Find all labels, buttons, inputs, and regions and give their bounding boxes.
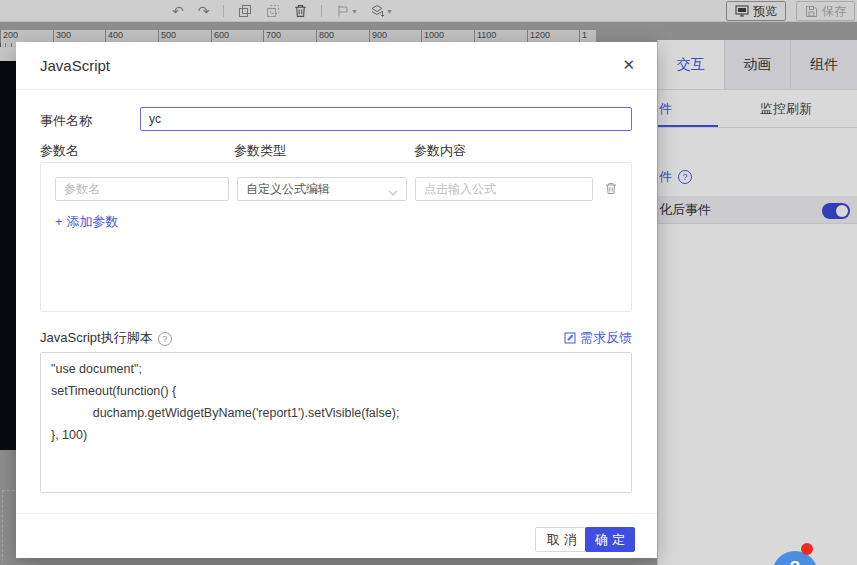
- param-name-input[interactable]: [55, 177, 229, 201]
- close-icon[interactable]: ✕: [622, 56, 635, 74]
- params-container: 自定义公式编辑 +添加参数: [40, 162, 632, 312]
- event-name-label: 事件名称: [40, 112, 92, 130]
- dialog-title: JavaScript: [40, 57, 110, 74]
- param-name-header: 参数名: [40, 142, 79, 160]
- ok-button[interactable]: 确定: [585, 527, 635, 552]
- feedback-label: 需求反馈: [580, 329, 632, 347]
- dialog-header: JavaScript ✕: [16, 42, 657, 90]
- notification-dot: [801, 543, 813, 555]
- param-type-value: 自定义公式编辑: [246, 181, 330, 198]
- param-content-input[interactable]: [415, 177, 593, 201]
- code-line: duchamp.getWidgetByName('report1').setVi…: [51, 402, 621, 424]
- chevron-down-icon: [388, 186, 398, 200]
- add-param-label: 添加参数: [67, 214, 119, 229]
- script-section-header: JavaScript执行脚本? 需求反馈: [40, 328, 632, 346]
- editor-screen: ↶ ↷ ▾ ▾ 预览: [0, 0, 857, 565]
- help-float-button[interactable]: ?: [772, 551, 818, 565]
- code-line: }, 100): [51, 424, 621, 446]
- add-param-link[interactable]: +添加参数: [55, 213, 119, 231]
- script-help-icon[interactable]: ?: [158, 332, 172, 346]
- code-line: setTimeout(function() {: [51, 380, 621, 402]
- edit-icon: [564, 332, 576, 344]
- param-content-header: 参数内容: [414, 142, 466, 160]
- feedback-link[interactable]: 需求反馈: [564, 329, 632, 347]
- javascript-dialog: JavaScript ✕ 事件名称 参数名 参数类型 参数内容 自定义公式编辑 …: [16, 42, 657, 558]
- param-type-header: 参数类型: [234, 142, 286, 160]
- script-label: JavaScript执行脚本: [40, 330, 153, 345]
- delete-param-icon[interactable]: [605, 181, 617, 199]
- code-line: "use document";: [51, 358, 621, 380]
- cancel-button[interactable]: 取消: [535, 527, 589, 552]
- script-editor[interactable]: "use document"; setTimeout(function() { …: [40, 352, 632, 493]
- event-name-input[interactable]: [140, 107, 632, 131]
- dialog-footer: 取消 确定: [16, 513, 657, 558]
- param-type-select[interactable]: 自定义公式编辑: [237, 177, 407, 201]
- plus-icon: +: [55, 214, 63, 229]
